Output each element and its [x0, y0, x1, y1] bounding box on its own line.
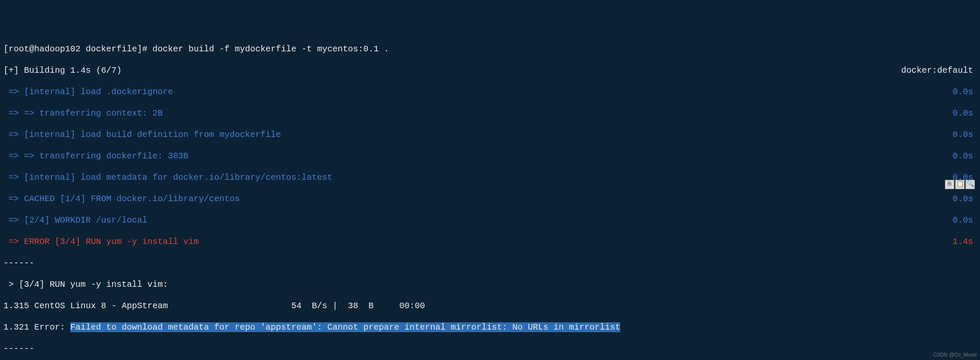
building-left: [+] Building 1.4s (6/7)	[3, 65, 122, 76]
copy-icon: ⎘	[948, 181, 951, 188]
error-highlight[interactable]: Failed to download metadata for repo 'ap…	[70, 322, 620, 332]
search-button[interactable]: 🔍	[965, 180, 975, 189]
prompt-line-1: [root@hadoop102 dockerfile]# docker buil…	[3, 44, 977, 54]
prompt-user-host: [root@hadoop102 dockerfile]#	[3, 44, 147, 54]
dash-2: ------	[3, 343, 977, 354]
download-line: 1.315 CentOS Linux 8 - AppStream 54 B/s …	[3, 300, 977, 311]
prompt-command: docker build -f mydockerfile -t mycentos…	[147, 44, 389, 54]
paste-button[interactable]: 📋	[955, 180, 965, 189]
step-4: => [internal] load metadata for docker.i…	[3, 172, 977, 183]
selection-toolbar: ⎘ 📋 🔍	[945, 180, 975, 189]
building-line: [+] Building 1.4s (6/7)docker:default	[3, 65, 977, 76]
step-1: => => transferring context: 2B0.0s	[3, 108, 977, 119]
building-right: docker:default	[901, 65, 977, 76]
error-line: 1.321 Error: Failed to download metadata…	[3, 322, 977, 333]
copy-button[interactable]: ⎘	[945, 180, 954, 189]
step-5: => CACHED [1/4] FROM docker.io/library/c…	[3, 193, 977, 204]
error-prefix: 1.321 Error:	[3, 322, 70, 332]
step-0: => [internal] load .dockerignore0.0s	[3, 86, 977, 97]
search-icon: 🔍	[967, 181, 974, 188]
run-line: > [3/4] RUN yum -y install vim:	[3, 279, 977, 290]
step-7-error: => ERROR [3/4] RUN yum -y install vim1.4…	[3, 236, 977, 247]
dash-1: ------	[3, 258, 977, 268]
step-2: => [internal] load build definition from…	[3, 129, 977, 140]
watermark: CSDN @Oz_Mood	[933, 352, 977, 358]
paste-icon: 📋	[956, 181, 964, 188]
step-3: => => transferring dockerfile: 303B0.0s	[3, 151, 977, 161]
step-6: => [2/4] WORKDIR /usr/local0.0s	[3, 215, 977, 226]
